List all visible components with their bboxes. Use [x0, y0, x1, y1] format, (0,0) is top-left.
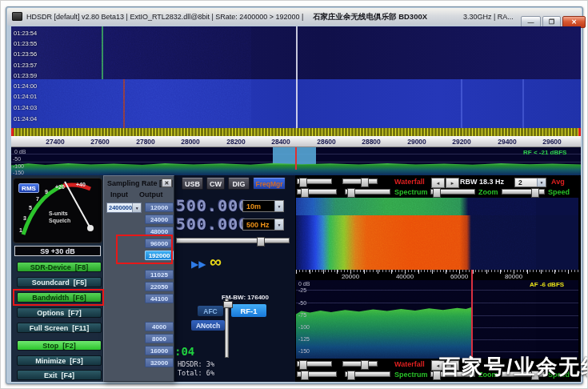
waterfall-contrast-slider[interactable] [297, 178, 332, 184]
main-waterfall-display[interactable]: 01:23:54 01:23:55 01:23:56 01:23:57 01:2… [11, 26, 581, 128]
exit-button[interactable]: Exit[F4] [17, 370, 102, 380]
output-rate-22050[interactable]: 22050 [145, 282, 174, 291]
output-rate-4000[interactable]: 4000 [145, 322, 174, 331]
timestamp: 01:23:55 [14, 40, 37, 47]
af-db-label: -25 [298, 287, 306, 293]
freq-label: 28800 [362, 138, 381, 146]
fullscreen-button[interactable]: Full Screen[F11] [17, 323, 102, 333]
af-waterfall-display[interactable] [296, 198, 578, 270]
step-select-dropdown[interactable]: 500 Hz▼ [242, 219, 284, 231]
sampling-rate-popup: Sampling Rate [Hz] ✕ Input Output 240000… [103, 175, 174, 382]
rms-badge[interactable]: RMS [18, 183, 39, 193]
loop-infinity-icon[interactable]: ∞ [210, 252, 222, 271]
meter-tick: 3 [23, 215, 26, 221]
anotch-button[interactable]: ANotch [191, 320, 225, 331]
right-display-panel: Waterfall ◄► RBW 18.3 Hz 2▼ Avg Spectrum… [295, 175, 581, 382]
gridline [296, 290, 578, 291]
s-meter[interactable]: 1 3 5 7 9 +20 +40 S-units Squelch RMS [13, 178, 102, 243]
meter-tick: 7 [36, 196, 39, 202]
band-edge-marker-right [578, 128, 581, 136]
af-level-readout: AF -6 dBFS [530, 281, 564, 288]
tune-slider[interactable] [176, 238, 290, 243]
freqmgr-button[interactable]: FreqMgr [253, 178, 286, 190]
frequency-tick-band[interactable] [11, 128, 581, 136]
slider-handle[interactable] [257, 237, 265, 247]
avg-label: Avg [551, 178, 565, 186]
output-rate-24000[interactable]: 24000 [145, 215, 174, 224]
freq-label: 28400 [271, 138, 290, 146]
tab-cw[interactable]: CW [206, 178, 225, 190]
stop-button[interactable]: Stop[F2] [17, 340, 102, 351]
lo-frequency-display[interactable]: 500.000 [176, 196, 249, 215]
meter-tick: +20 [55, 184, 65, 190]
chevron-down-icon[interactable]: ▼ [132, 203, 141, 212]
slider-handle[interactable] [301, 188, 309, 198]
slider-handle[interactable] [347, 371, 355, 380]
title-bar[interactable]: HDSDR [default] v2.80 Beta13 | ExtIO_RTL… [7, 8, 582, 26]
spin-right-icon[interactable]: ► [446, 178, 459, 188]
timestamp: 01:23:56 [14, 50, 37, 58]
sdr-device-button[interactable]: SDR-Device[F8] [17, 262, 102, 272]
slider-handle[interactable] [361, 178, 369, 187]
freq-label: 28200 [226, 138, 246, 146]
waterfall-tune-marker [296, 26, 298, 128]
freq-label: 29200 [452, 138, 471, 146]
slider-handle[interactable] [301, 371, 309, 380]
input-rate-dropdown[interactable]: 2400000▼ [106, 203, 142, 213]
slider-handle[interactable] [347, 188, 355, 198]
af-spectrum-display[interactable]: 0 dB -25 -50 -75 -100 -125 -150 AF -6 dB… [296, 280, 578, 359]
avg-count-dropdown[interactable]: 2▼ [514, 178, 546, 187]
zoom-slider[interactable] [430, 189, 475, 194]
output-rate-16000[interactable]: 16000 [145, 346, 174, 355]
waterfall-brightness-slider[interactable] [342, 178, 378, 184]
tune-frequency-display[interactable]: 500.000 [176, 215, 249, 234]
spin-left-icon[interactable]: ◄ [431, 178, 445, 188]
output-rate-32000[interactable]: 32000 [145, 358, 174, 367]
rf-level-readout: RF < -21 dBFS [523, 149, 566, 156]
slider-handle[interactable] [223, 301, 233, 308]
waterfall-contrast-slider-bottom[interactable] [297, 361, 332, 367]
options-button[interactable]: Options[F7] [17, 307, 102, 318]
timestamp: 01:24:00 [14, 82, 37, 90]
spectrum-contrast-slider[interactable] [297, 189, 337, 194]
freq-label: 27600 [90, 138, 110, 146]
output-rate-11025[interactable]: 11025 [145, 270, 174, 279]
slider-handle[interactable] [433, 188, 441, 198]
zoom-label: Zoom [478, 188, 498, 196]
output-rate-12000[interactable]: 12000 [145, 203, 174, 212]
afc-button[interactable]: AFC [198, 306, 223, 316]
slider-handle[interactable] [299, 360, 307, 370]
spectrum-contrast-slider-bottom[interactable] [297, 371, 337, 377]
freq-label: 27800 [136, 138, 155, 146]
rf-gain-button[interactable]: RF-1 [231, 304, 266, 317]
band-select-dropdown[interactable]: 10m▼ [242, 200, 284, 212]
spectrum-brightness-slider[interactable] [345, 189, 390, 194]
soundcard-button[interactable]: Soundcard[F5] [17, 277, 102, 287]
slider-handle[interactable] [299, 178, 307, 187]
waterfall-signal-trace-faint1 [461, 79, 462, 128]
output-rate-44100[interactable]: 44100 [145, 294, 174, 303]
freq-label: 29400 [498, 138, 517, 146]
popup-close-icon[interactable]: ✕ [162, 178, 172, 187]
main-spectrum-display[interactable]: 0 dB -50 -100 -150 RF < -21 dBFS [11, 147, 581, 175]
slider-handle[interactable] [361, 360, 369, 370]
af-frequency-scale[interactable]: 20000 40000 60000 80000 [296, 270, 578, 280]
chevron-down-icon[interactable]: ▼ [537, 178, 546, 186]
spectrum-brightness-slider-bottom[interactable] [345, 371, 390, 377]
speed-slider[interactable] [502, 189, 545, 194]
rbw-spinner[interactable]: ◄► [431, 178, 459, 188]
minimize-app-button[interactable]: Minimize[F3] [17, 355, 102, 366]
tab-usb[interactable]: USB [182, 178, 203, 190]
waterfall-brightness-slider-bottom[interactable] [342, 361, 378, 367]
tab-dig[interactable]: DIG [228, 178, 250, 190]
gridline [296, 303, 578, 303]
play-icon[interactable]: ▶▶ [191, 259, 206, 270]
chevron-down-icon[interactable]: ▼ [274, 201, 283, 211]
volume-slider[interactable] [225, 299, 229, 358]
input-header: Input [110, 190, 128, 199]
timestamp: 01:23:57 [14, 62, 37, 69]
slider-handle[interactable] [531, 188, 539, 198]
output-rate-8000[interactable]: 8000 [145, 334, 174, 343]
chevron-down-icon[interactable]: ▼ [274, 219, 283, 230]
frequency-scale[interactable]: 27400 27600 27800 28000 28200 28400 2860… [11, 136, 581, 147]
